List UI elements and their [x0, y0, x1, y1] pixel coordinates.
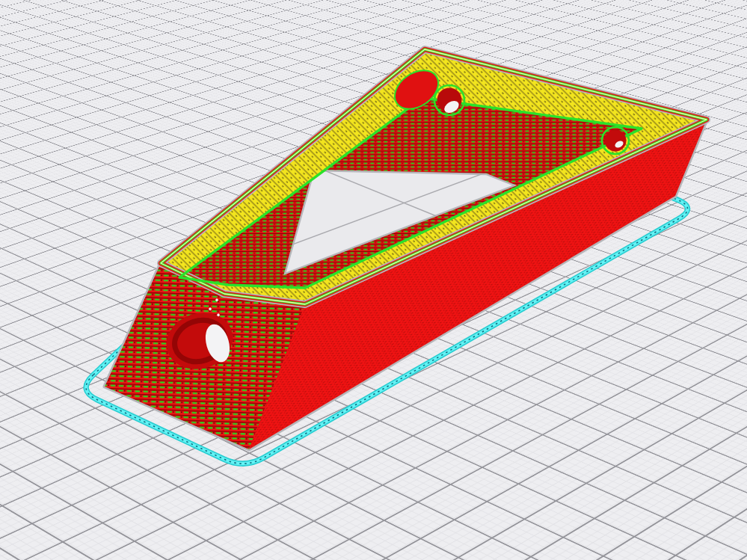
- slicer-3d-viewport[interactable]: [0, 0, 747, 560]
- top-hole-left: [434, 85, 464, 115]
- top-hole-right-bore: [605, 130, 627, 152]
- sliced-model-preview[interactable]: [0, 0, 747, 560]
- top-hole-right: [602, 127, 629, 154]
- model-group[interactable]: [105, 49, 707, 449]
